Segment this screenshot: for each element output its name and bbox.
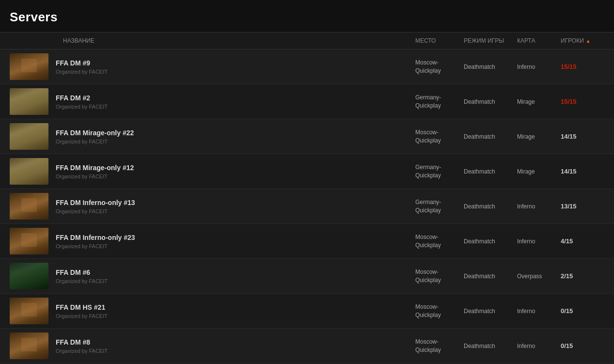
server-row[interactable]: FFA DM #2 Organized by FACEIT Germany-Qu… — [0, 84, 614, 119]
server-info: FFA DM Inferno-only #13 Organized by FAC… — [48, 199, 415, 214]
server-name: FFA DM #9 — [56, 59, 415, 67]
server-name: FFA DM HS #21 — [56, 303, 415, 311]
col-header-mode: Режим игры — [464, 37, 517, 44]
page-header: Servers — [0, 0, 614, 32]
server-location: Moscow-Quickplay — [415, 128, 464, 145]
server-location: Moscow-Quickplay — [415, 59, 464, 75]
server-thumbnail — [10, 332, 48, 359]
server-location: Germany-Quickplay — [415, 163, 464, 180]
server-name: FFA DM #2 — [56, 94, 415, 102]
server-players: 2/15 — [561, 272, 604, 280]
server-organizer: Organized by FACEIT — [56, 208, 415, 214]
server-map: Inferno — [517, 308, 561, 315]
server-info: FFA DM HS #21 Organized by FACEIT — [48, 303, 415, 319]
server-name: FFA DM #6 — [56, 269, 415, 276]
server-info: FFA DM #8 Organized by FACEIT — [48, 338, 415, 354]
server-organizer: Organized by FACEIT — [56, 139, 415, 144]
server-map: Mirage — [517, 168, 561, 175]
server-row[interactable]: FFA DM Mirage-only #12 Organized by FACE… — [0, 154, 614, 189]
server-location: Germany-Quickplay — [415, 94, 464, 110]
server-thumbnail — [10, 53, 48, 80]
server-thumbnail — [10, 123, 48, 150]
server-mode: Deathmatch — [464, 63, 517, 70]
server-map: Inferno — [517, 203, 561, 210]
server-thumbnail — [10, 228, 48, 254]
server-thumbnail — [10, 298, 48, 324]
server-players: 0/15 — [561, 307, 604, 315]
server-location: Moscow-Quickplay — [415, 233, 464, 250]
server-row[interactable]: FFA DM HS #21 Organized by FACEIT Moscow… — [0, 294, 614, 329]
server-name: FFA DM Mirage-only #12 — [56, 164, 415, 172]
page-title: Servers — [10, 10, 604, 25]
server-mode: Deathmatch — [464, 343, 517, 349]
server-info: FFA DM Mirage-only #12 Organized by FACE… — [48, 164, 415, 179]
map-thumbnail-image — [10, 298, 48, 324]
server-thumbnail — [10, 158, 48, 185]
map-thumbnail-image — [10, 158, 48, 185]
server-map: Mirage — [517, 133, 561, 140]
server-map: Inferno — [517, 63, 561, 70]
map-thumbnail-image — [10, 53, 48, 80]
server-location: Moscow-Quickplay — [415, 338, 464, 354]
server-mode: Deathmatch — [464, 273, 517, 280]
table-container: Название Место Режим игры Карта Игроки ▲… — [0, 32, 614, 364]
server-mode: Deathmatch — [464, 238, 517, 245]
server-mode: Deathmatch — [464, 98, 517, 105]
server-players: 14/15 — [561, 133, 604, 140]
server-name: FFA DM Mirage-only #22 — [56, 129, 415, 137]
server-mode: Deathmatch — [464, 203, 517, 210]
server-map: Inferno — [517, 238, 561, 245]
server-info: FFA DM Inferno-only #23 Organized by FAC… — [48, 234, 415, 249]
server-info: FFA DM #6 Organized by FACEIT — [48, 269, 415, 284]
server-players: 4/15 — [561, 237, 604, 245]
server-info: FFA DM #9 Organized by FACEIT — [48, 59, 415, 75]
sort-arrow-icon: ▲ — [586, 38, 591, 44]
server-thumbnail — [10, 263, 48, 289]
server-name: FFA DM #8 — [56, 338, 415, 346]
server-thumbnail — [10, 88, 48, 115]
map-thumbnail-image — [10, 88, 48, 115]
server-name: FFA DM Inferno-only #23 — [56, 234, 415, 241]
server-mode: Deathmatch — [464, 133, 517, 140]
table-header: Название Место Режим игры Карта Игроки ▲ — [0, 32, 614, 49]
server-thumbnail — [10, 193, 48, 220]
server-map: Inferno — [517, 343, 561, 349]
server-name: FFA DM Inferno-only #13 — [56, 199, 415, 206]
server-map: Mirage — [517, 98, 561, 105]
map-thumbnail-image — [10, 228, 48, 254]
col-header-map: Карта — [517, 37, 561, 44]
server-list: FFA DM #9 Organized by FACEIT Moscow-Qui… — [0, 49, 614, 364]
server-players: 0/15 — [561, 342, 604, 349]
server-row[interactable]: FFA DM Inferno-only #23 Organized by FAC… — [0, 224, 614, 259]
server-location: Moscow-Quickplay — [415, 303, 464, 319]
server-organizer: Organized by FACEIT — [56, 104, 415, 110]
server-map: Overpass — [517, 273, 561, 280]
server-players: 14/15 — [561, 168, 604, 175]
server-row[interactable]: FFA DM #8 Organized by FACEIT Moscow-Qui… — [0, 329, 614, 364]
server-info: FFA DM Mirage-only #22 Organized by FACE… — [48, 129, 415, 144]
server-organizer: Organized by FACEIT — [56, 174, 415, 179]
col-header-name: Название — [58, 37, 415, 44]
col-header-players[interactable]: Игроки ▲ — [561, 37, 604, 44]
server-mode: Deathmatch — [464, 168, 517, 175]
server-organizer: Organized by FACEIT — [56, 313, 415, 319]
server-info: FFA DM #2 Organized by FACEIT — [48, 94, 415, 110]
server-row[interactable]: FFA DM #6 Organized by FACEIT Moscow-Qui… — [0, 259, 614, 294]
server-row[interactable]: FFA DM #9 Organized by FACEIT Moscow-Qui… — [0, 49, 614, 84]
server-players: 13/15 — [561, 203, 604, 210]
server-organizer: Organized by FACEIT — [56, 243, 415, 249]
server-organizer: Organized by FACEIT — [56, 348, 415, 354]
server-players: 15/15 — [561, 63, 604, 70]
server-organizer: Organized by FACEIT — [56, 69, 415, 75]
map-thumbnail-image — [10, 123, 48, 150]
server-location: Germany-Quickplay — [415, 198, 464, 215]
server-row[interactable]: FFA DM Inferno-only #13 Organized by FAC… — [0, 189, 614, 224]
server-players: 15/15 — [561, 98, 604, 105]
server-location: Moscow-Quickplay — [415, 268, 464, 285]
server-organizer: Organized by FACEIT — [56, 278, 415, 284]
col-header-location: Место — [415, 37, 464, 44]
map-thumbnail-image — [10, 263, 48, 289]
server-mode: Deathmatch — [464, 308, 517, 315]
server-row[interactable]: FFA DM Mirage-only #22 Organized by FACE… — [0, 119, 614, 154]
map-thumbnail-image — [10, 193, 48, 220]
